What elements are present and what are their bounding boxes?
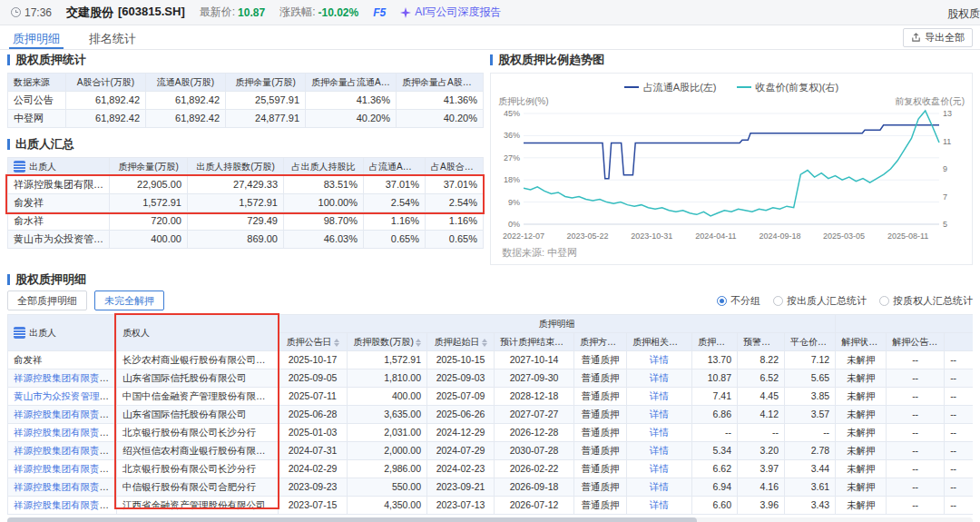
header-label: 质权人 bbox=[122, 328, 150, 338]
cell: 未解押 bbox=[836, 460, 887, 478]
scrollbar-thumb[interactable] bbox=[7, 517, 697, 522]
cell: 720.00 bbox=[110, 212, 188, 231]
pledgor-name[interactable]: 祥源控股集团有限责任公司 bbox=[14, 409, 117, 419]
pledgor-name[interactable]: 祥源控股集团有限责任公司 bbox=[14, 481, 117, 492]
shares: 2,986.00 bbox=[384, 463, 421, 474]
sort-icon[interactable] bbox=[416, 339, 421, 347]
cell: 3.97 bbox=[738, 460, 785, 478]
legend-item-0[interactable]: 占流通A股比(左) bbox=[624, 81, 717, 94]
pledgor-name[interactable]: 祥源控股集团有限责任公司 bbox=[14, 427, 117, 438]
table-row: 祥源控股集团有限责任公司北京银行股份有限公司长沙分行2024-02-292,98… bbox=[8, 460, 974, 478]
header-cell[interactable]: 解押公告日 bbox=[887, 333, 945, 351]
cell: 1.16% bbox=[426, 212, 484, 231]
column-config-icon[interactable] bbox=[14, 327, 25, 339]
extra: -- bbox=[950, 409, 956, 419]
cell: 俞水祥 bbox=[8, 212, 110, 231]
start-date: 2024-12-29 bbox=[436, 427, 485, 438]
detail-link[interactable]: 详情 bbox=[650, 390, 669, 401]
detail-link[interactable]: 详情 bbox=[650, 481, 669, 492]
cell: 2,000.00 bbox=[348, 442, 427, 460]
cell: 2023-07-13 bbox=[427, 497, 495, 515]
sort-icon[interactable] bbox=[781, 339, 785, 347]
cell: 2.78 bbox=[785, 442, 836, 460]
release-date: -- bbox=[912, 481, 918, 492]
warning: 3.96 bbox=[760, 499, 779, 510]
cell: 3.85 bbox=[785, 388, 836, 406]
header-cell: 数据来源 bbox=[8, 74, 66, 92]
f5-shortcut[interactable]: F5 bbox=[373, 6, 386, 19]
cell: 长沙农村商业银行股份有限公司湘江新... bbox=[117, 351, 279, 369]
end-date: 2027-10-14 bbox=[510, 354, 559, 365]
header-label: 出质人持股数(万股) bbox=[196, 162, 275, 172]
pledgee: 北京银行股份有限公司长沙分行 bbox=[122, 463, 256, 474]
detail-link[interactable]: 详情 bbox=[650, 499, 669, 510]
cost: 6.94 bbox=[713, 481, 731, 492]
cell: -- bbox=[887, 369, 945, 388]
header-cell[interactable]: 解押状态 bbox=[836, 333, 887, 351]
cell: 普通质押 bbox=[574, 478, 627, 497]
header-cell[interactable]: 平仓价格 bbox=[785, 333, 836, 351]
detail-link[interactable]: 详情 bbox=[650, 463, 669, 474]
cell: 6.52 bbox=[738, 369, 785, 388]
header-cell[interactable]: 质押成本 bbox=[692, 333, 738, 351]
cell: 2,031.00 bbox=[348, 424, 427, 442]
radio-option-0[interactable]: 不分组 bbox=[717, 294, 760, 308]
header-cell[interactable]: 预警价格 bbox=[738, 333, 785, 351]
header-cell: 占出质人持股比 bbox=[284, 158, 364, 176]
cell: 40.20% bbox=[306, 110, 397, 128]
radio-option-1[interactable]: 按出质人汇总统计 bbox=[773, 294, 867, 308]
header-cell[interactable]: 质押方式 bbox=[574, 333, 627, 351]
filter-button-0[interactable]: 全部质押明细 bbox=[7, 291, 87, 310]
announce-date: 2023-09-23 bbox=[289, 481, 338, 492]
pledgor-name[interactable]: 黄山市为众投资管理中心(... bbox=[14, 390, 117, 401]
legend-item-1[interactable]: 收盘价(前复权)(右) bbox=[737, 81, 839, 94]
horizontal-scrollbar[interactable] bbox=[7, 517, 973, 522]
cell: 5.65 bbox=[785, 369, 836, 388]
ai-report-link[interactable]: AI写公司深度报告 bbox=[400, 5, 501, 20]
column-config-icon[interactable] bbox=[14, 161, 25, 172]
trend-chart-box: 占流通A股比(左)收盘价(前复权)(右) 质押比例(%) 前复权收盘价(元) 4… bbox=[490, 73, 973, 265]
sort-icon[interactable] bbox=[482, 339, 487, 347]
detail-link[interactable]: 详情 bbox=[650, 372, 669, 383]
pledgor-name[interactable]: 祥源控股集团有限责任公司 bbox=[14, 445, 117, 456]
cell: 未解押 bbox=[836, 424, 887, 442]
detail-link[interactable]: 详情 bbox=[650, 427, 669, 438]
tab-0[interactable]: 质押明细 bbox=[9, 25, 64, 49]
sort-icon[interactable] bbox=[879, 339, 885, 347]
sort-icon[interactable] bbox=[565, 339, 571, 347]
cell: -- bbox=[887, 497, 945, 515]
sort-icon[interactable] bbox=[618, 339, 623, 347]
change-percent-value: -10.02% bbox=[318, 6, 358, 19]
export-all-button[interactable]: 导出全部 bbox=[903, 28, 973, 47]
svg-text:9: 9 bbox=[943, 164, 947, 173]
header-cell[interactable]: 质押股数(万股) bbox=[348, 333, 427, 351]
cell: 2027-10-14 bbox=[495, 351, 574, 369]
export-icon bbox=[911, 33, 921, 43]
sort-icon[interactable] bbox=[334, 339, 339, 347]
detail-link[interactable]: 详情 bbox=[650, 354, 669, 365]
header-group-cell: 质押明细 bbox=[279, 315, 836, 333]
announce-date: 2025-07-11 bbox=[289, 390, 337, 401]
cell: 550.00 bbox=[348, 478, 427, 497]
start-date: 2024-07-29 bbox=[436, 445, 485, 456]
pledgor-name[interactable]: 祥源控股集团有限责任公司 bbox=[14, 499, 117, 510]
header-cell[interactable]: 预计质押结束日 bbox=[495, 333, 574, 351]
cell: 北京银行股份有限公司长沙分行 bbox=[117, 460, 279, 478]
radio-option-2[interactable]: 按质权人汇总统计 bbox=[879, 294, 973, 308]
sort-icon[interactable] bbox=[828, 339, 834, 347]
filter-button-1[interactable]: 未完全解押 bbox=[94, 291, 164, 310]
sort-icon[interactable] bbox=[939, 339, 945, 347]
pledgor-name[interactable]: 祥源控股集团有限责任公司 bbox=[14, 372, 117, 383]
tab-1[interactable]: 排名统计 bbox=[85, 25, 140, 49]
start-date: 2024-02-23 bbox=[436, 463, 485, 474]
pledgor-name[interactable]: 祥源控股集团有限责任公司 bbox=[14, 463, 117, 474]
header-cell[interactable]: 质押公告日 bbox=[279, 333, 348, 351]
cell: 3.61 bbox=[785, 478, 836, 497]
start-date: 2025-07-09 bbox=[436, 390, 485, 401]
header-label: 质押余量(万股) bbox=[235, 77, 296, 87]
detail-link[interactable]: 详情 bbox=[650, 445, 669, 456]
header-cell[interactable]: 质押起始日 bbox=[427, 333, 495, 351]
detail-link[interactable]: 详情 bbox=[650, 409, 669, 419]
cost: 6.86 bbox=[713, 409, 731, 419]
cell: 2030-07-28 bbox=[495, 442, 574, 460]
